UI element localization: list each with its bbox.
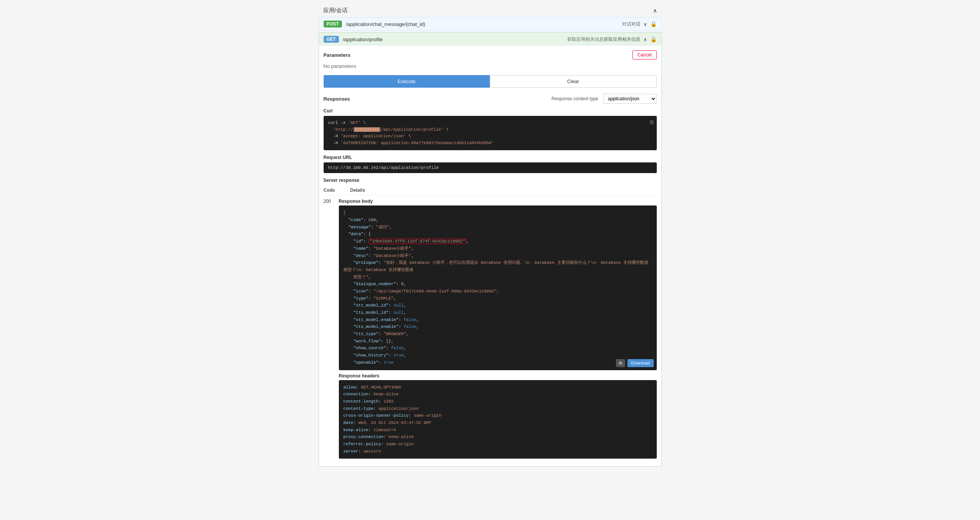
post-endpoint-path: /application/chat_message/{chat_id} xyxy=(346,21,619,27)
response-headers-block: allow: GET,HEAD,OPTIONS connection: keep… xyxy=(339,380,657,459)
body-actions: ⧉ Download xyxy=(616,359,654,367)
get-expanded-section: Parameters Cancel No parameters Execute … xyxy=(319,46,662,467)
get-lock-icon[interactable]: 🔒 xyxy=(650,36,657,42)
response-body-code: { "code": 200, "message": "成功", "data": … xyxy=(343,209,652,366)
server-response-label: Server response xyxy=(324,178,657,183)
content-type-row: Response content type application/json xyxy=(552,94,657,104)
response-body-block: { "code": 200, "message": "成功", "data": … xyxy=(339,205,657,370)
page-title: 应用/会话 xyxy=(323,7,348,14)
parameters-header: Parameters Cancel xyxy=(324,50,657,59)
get-chevron-icon[interactable]: ∧ xyxy=(643,37,647,42)
responses-title: Responses xyxy=(324,96,350,102)
no-params-text: No parameters xyxy=(324,63,657,69)
action-buttons: Execute Clear xyxy=(324,75,657,88)
post-endpoint-actions: 对话 ∨ 🔒 xyxy=(631,21,657,27)
execute-button[interactable]: Execute xyxy=(324,75,490,88)
clear-button[interactable]: Clear xyxy=(490,75,657,88)
request-url-section: Request URL http://39.100.86.242/api/app… xyxy=(324,155,657,173)
get-endpoint-desc: 获取应用相关信息 xyxy=(567,36,604,43)
curl-line1: curl -X 'GET' \ xyxy=(328,120,366,125)
post-method-badge: POST xyxy=(324,21,342,27)
content-type-select[interactable]: application/json xyxy=(603,94,657,104)
request-url-label: Request URL xyxy=(324,155,657,160)
get-label: 获取应用相关信息 xyxy=(604,36,640,43)
get-endpoint-path: /application/profile xyxy=(343,37,564,42)
response-details: Response body { "code": 200, "message": … xyxy=(339,199,657,459)
body-copy-button[interactable]: ⧉ xyxy=(616,359,625,367)
curl-line2: 'http://██████████/api/application/profi… xyxy=(328,127,449,132)
curl-line4: -H 'AUTHORIZATION: application-99a77e8d2… xyxy=(328,141,494,145)
response-code-value: 200 xyxy=(324,199,331,459)
collapse-icon[interactable]: ∧ xyxy=(653,7,657,14)
get-method-badge: GET xyxy=(324,36,339,43)
section-header: 应用/会话 ∧ xyxy=(319,4,662,17)
response-body-label: Response body xyxy=(339,199,657,204)
details-col-header: Details xyxy=(350,188,365,193)
responses-header: Responses Response content type applicat… xyxy=(324,94,657,104)
post-chevron-icon[interactable]: ∨ xyxy=(643,21,647,27)
post-label: 对话 xyxy=(631,21,640,27)
curl-code-block: curl -X 'GET' \ 'http://██████████/api/a… xyxy=(324,116,657,150)
get-endpoint-row: GET /application/profile 获取应用相关信息 获取应用相关… xyxy=(319,32,662,46)
curl-line3: -H 'accept: application/json' \ xyxy=(328,134,411,138)
server-response-section: Server response Code Details 200 Respons… xyxy=(324,178,657,459)
curl-label: Curl xyxy=(324,108,657,114)
content-type-label: Response content type xyxy=(552,96,598,101)
cancel-button[interactable]: Cancel xyxy=(632,50,656,59)
post-endpoint-tag: 对话 xyxy=(622,21,631,27)
request-url-block: http://39.100.86.242/api/application/pro… xyxy=(324,162,657,173)
response-code-row: Code Details xyxy=(324,185,657,196)
post-endpoint-row: POST /application/chat_message/{chat_id}… xyxy=(319,17,662,31)
curl-section: Curl curl -X 'GET' \ 'http://██████████/… xyxy=(324,108,657,150)
curl-copy-icon[interactable]: ⧉ xyxy=(650,118,654,127)
post-lock-icon[interactable]: 🔒 xyxy=(650,21,657,27)
parameters-title: Parameters xyxy=(324,52,351,58)
response-code-value-row: 200 Response body { "code": 200, "messag… xyxy=(324,199,657,459)
download-button[interactable]: Download xyxy=(627,359,654,367)
response-headers-label: Response headers xyxy=(339,373,657,379)
code-col-header: Code xyxy=(324,188,335,193)
get-endpoint-actions: 获取应用相关信息 ∧ 🔒 xyxy=(604,36,657,43)
